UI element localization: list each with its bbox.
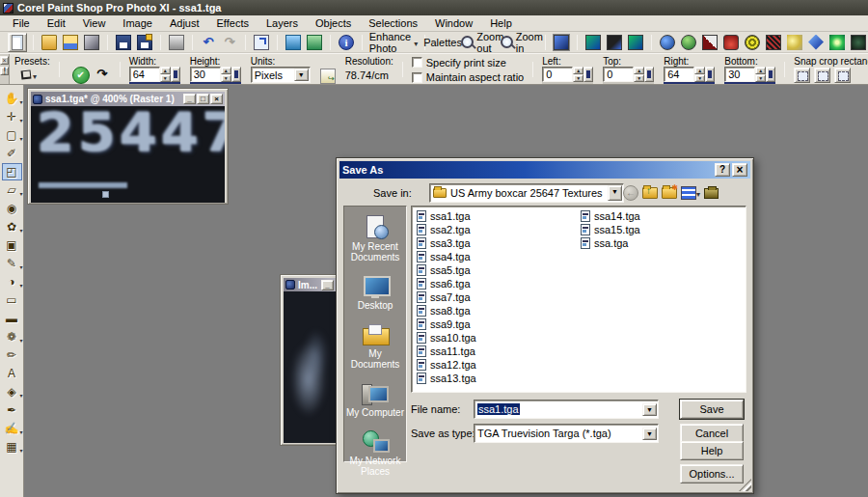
undo-button[interactable] [199, 33, 218, 52]
right-spin-up[interactable] [694, 67, 705, 74]
width-spin-up[interactable] [160, 67, 171, 74]
presets-dropdown[interactable] [14, 67, 43, 83]
redo-button[interactable] [220, 33, 239, 52]
canvas[interactable]: 25447 [31, 106, 225, 203]
dropdown-arrow-icon[interactable] [642, 403, 657, 416]
save-button[interactable]: Save [680, 400, 744, 419]
menu-selections[interactable]: Selections [360, 15, 426, 32]
paint-brush-tool[interactable]: ✎ [2, 255, 22, 272]
top-spin-down[interactable] [634, 74, 644, 82]
save-button[interactable] [114, 33, 133, 52]
enhance-photo-dropdown[interactable]: Enhance Photo [368, 33, 419, 52]
new-folder-icon[interactable] [662, 187, 677, 199]
background-eraser-tool[interactable]: ▬ [2, 310, 22, 327]
up-one-level-icon[interactable] [642, 187, 658, 199]
image-share-button[interactable] [305, 33, 324, 52]
makeover-tool[interactable]: ✿ [2, 218, 22, 235]
picture-tube-tool[interactable]: ❁ [2, 328, 22, 345]
file-item[interactable]: ssa6.tga [414, 277, 576, 290]
pan-tool[interactable]: ✋ [2, 90, 22, 107]
palette-grip[interactable]: × ╿ [0, 54, 10, 84]
file-item[interactable]: ssa12.tga [414, 358, 576, 372]
fit-window-button[interactable] [252, 33, 271, 52]
file-list[interactable]: ssa1.tgassa2.tgassa3.tgassa4.tgassa5.tga… [411, 206, 746, 393]
units-select[interactable]: Pixels [251, 67, 311, 83]
file-item[interactable]: ssa7.tga [414, 290, 576, 304]
left-input[interactable]: 0 [542, 67, 573, 82]
file-item[interactable]: ssa15.tga [578, 223, 740, 236]
right-meter-button[interactable] [705, 67, 715, 82]
menu-window[interactable]: Window [426, 15, 481, 32]
open-button[interactable] [40, 33, 59, 52]
pin-palette-icon[interactable]: ╿ [0, 67, 9, 75]
maximize-icon[interactable]: □ [197, 94, 209, 104]
menu-adjust[interactable]: Adjust [161, 15, 208, 32]
bottom-meter-button[interactable] [766, 67, 775, 82]
snap-selection-button[interactable] [834, 68, 851, 83]
close-icon[interactable] [732, 163, 747, 177]
crop-tool[interactable]: ◰ [2, 163, 22, 180]
effect-preset-button[interactable] [679, 33, 698, 52]
menu-objects[interactable]: Objects [307, 15, 360, 32]
place-desktop[interactable]: Desktop [344, 274, 406, 311]
height-input[interactable]: 30 [190, 67, 221, 82]
save-in-select[interactable]: US Army boxcar 25647 Textures [429, 183, 624, 203]
file-item[interactable]: ssa13.tga [414, 372, 576, 385]
left-spin-down[interactable] [573, 74, 583, 82]
minimize-icon[interactable]: _ [321, 280, 334, 290]
red-eye-tool[interactable]: ◉ [2, 200, 22, 217]
dropdown-arrow-icon[interactable] [608, 185, 622, 201]
file-item[interactable]: ssa4.tga [414, 250, 576, 263]
palettes-dropdown[interactable]: Palettes [431, 33, 461, 52]
height-spin-up[interactable] [221, 67, 231, 74]
place-my-documents[interactable]: My Documents [344, 322, 406, 370]
cancel-button[interactable]: Cancel [680, 424, 744, 443]
effect-preset-button[interactable] [785, 33, 804, 52]
email-image-button[interactable] [284, 33, 303, 52]
folder-options-icon[interactable] [704, 188, 719, 199]
menu-view[interactable]: View [74, 15, 115, 32]
width-meter-button[interactable] [171, 67, 180, 82]
place-my-recent-documents[interactable]: My Recent Documents [344, 215, 406, 262]
effect-preset-button[interactable] [658, 33, 677, 52]
zoom-in-button[interactable]: Zoom in [504, 33, 539, 52]
file-item[interactable]: ssa8.tga [414, 304, 576, 318]
file-item[interactable]: ssa14.tga [578, 209, 740, 223]
file-item[interactable]: ssa3.tga [414, 236, 576, 250]
scan-button[interactable] [82, 33, 101, 52]
help-button[interactable]: Help [680, 441, 744, 460]
file-item[interactable]: ssa11.tga [414, 345, 576, 358]
left-spin-up[interactable] [573, 67, 583, 74]
file-item[interactable]: ssa.tga [578, 236, 740, 250]
menu-layers[interactable]: Layers [258, 15, 307, 32]
effect-preset-button[interactable] [743, 33, 762, 52]
file-name-input[interactable]: ssa1.tga [474, 400, 659, 419]
snap-full-image-button[interactable] [794, 68, 810, 83]
menu-file[interactable]: File [4, 15, 39, 32]
color-replacer-tool[interactable]: ◑ [2, 273, 22, 290]
pen-tool[interactable]: ✒ [2, 401, 22, 419]
effect-preset-button[interactable] [849, 33, 868, 52]
bottom-spin-up[interactable] [755, 67, 766, 74]
width-spin-down[interactable] [160, 74, 171, 82]
clear-crop-button[interactable] [94, 67, 111, 84]
view-menu-button[interactable] [681, 186, 700, 200]
close-icon[interactable]: × [210, 94, 223, 104]
file-item[interactable]: ssa10.tga [414, 331, 576, 345]
effect-browser-button[interactable] [552, 33, 571, 52]
zoom-out-button[interactable]: Zoom out [463, 33, 502, 52]
dropper-tool[interactable]: ✐ [2, 145, 22, 162]
image-information-button[interactable] [337, 33, 356, 52]
effect-preset-button[interactable] [806, 33, 826, 52]
place-my-computer[interactable]: My Computer [344, 381, 406, 418]
dialog-titlebar[interactable]: Save As [339, 161, 750, 179]
top-meter-button[interactable] [644, 67, 654, 82]
specify-print-size-checkbox[interactable] [412, 57, 422, 68]
right-spin-down[interactable] [694, 74, 705, 82]
snap-layer-opaque-button[interactable] [814, 68, 830, 83]
effect-preset-button[interactable] [721, 33, 741, 52]
menu-image[interactable]: Image [114, 15, 161, 32]
deform-tool[interactable]: ▱ [2, 181, 22, 199]
airbrush-tool[interactable]: ✏ [2, 346, 22, 364]
menu-edit[interactable]: Edit [39, 15, 74, 32]
